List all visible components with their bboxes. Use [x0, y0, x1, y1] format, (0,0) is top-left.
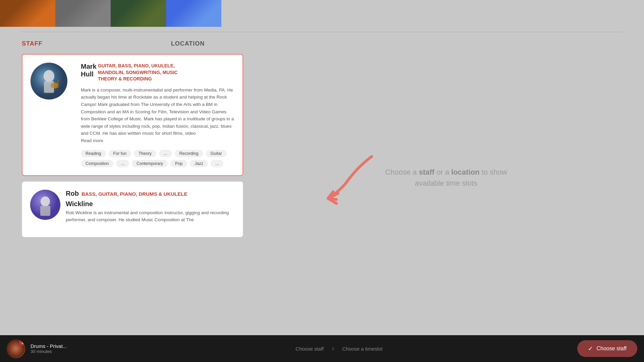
booking-thumbnail: 1: [7, 340, 25, 358]
image-segment-1: [0, 0, 55, 27]
booking-step-2-label: Choose a timeslot: [342, 346, 382, 352]
rob-wickline-instruments: BASS, GUITAR, PIANO, DRUMS & UKULELE: [82, 190, 187, 197]
rob-wickline-card[interactable]: Rob BASS, GUITAR, PIANO, DRUMS & UKULELE…: [22, 181, 243, 237]
mark-name-instruments-block: MarkHull GUITAR, BASS, PIANO, UKULELE,MA…: [81, 63, 234, 82]
mark-hull-card[interactable]: MarkHull GUITAR, BASS, PIANO, UKULELE,MA…: [22, 54, 243, 176]
mark-hull-bio: Mark is a composer, multi-instrumentalis…: [81, 86, 234, 144]
tag-guitar[interactable]: Guitar: [206, 150, 227, 157]
section-headers: STAFF LOCATION: [22, 40, 243, 47]
tag-ellipsis-1[interactable]: ...: [159, 150, 172, 157]
cta-staff-bold: staff: [419, 168, 434, 176]
booking-service-info: 1 Drums - Privat... 30 minutes: [7, 340, 101, 358]
svg-point-2: [44, 70, 54, 82]
booking-service-name: Drums - Privat...: [31, 343, 67, 349]
cta-location-bold: location: [451, 168, 479, 176]
booking-bar: 1 Drums - Privat... 30 minutes Choose st…: [0, 335, 644, 362]
booking-steps: Choose staff › Choose a timeslot: [101, 344, 577, 353]
tag-theory[interactable]: Theory: [134, 150, 156, 157]
rob-last-name: Wickline: [66, 200, 93, 207]
read-more-link[interactable]: Read more: [81, 138, 103, 143]
tag-for-fun[interactable]: For fun: [109, 150, 131, 157]
booking-step-1: Choose staff: [296, 346, 324, 352]
check-icon: ✓: [588, 345, 593, 352]
booking-step-2: Choose a timeslot: [342, 346, 382, 352]
booking-service-duration: 30 minutes: [31, 349, 67, 354]
svg-point-8: [41, 196, 50, 206]
image-segment-2: [55, 0, 111, 27]
mark-instruments-display: GUITAR, BASS, PIANO, UKULELE,MANDOLIN, S…: [98, 63, 234, 82]
choose-staff-label: Choose staff: [596, 346, 627, 352]
tag-recording[interactable]: Recording: [175, 150, 203, 157]
image-segment-3: [111, 0, 166, 27]
tag-ellipsis-2[interactable]: ...: [116, 160, 129, 167]
rob-first-name: Rob: [66, 190, 79, 197]
svg-rect-9: [40, 206, 50, 216]
mark-hull-text: MarkHull GUITAR, BASS, PIANO, UKULELE,MA…: [81, 63, 234, 167]
mark-first-last: MarkHull: [81, 63, 97, 78]
mark-hull-avatar: [31, 63, 67, 100]
arrow-cta: Choose a staff or a location to show ava…: [358, 167, 507, 189]
main-content: STAFF LOCATION: [22, 40, 622, 335]
divider: [22, 32, 622, 32]
image-segment-4: [166, 0, 221, 27]
step-arrow-1: ›: [332, 344, 334, 353]
booking-badge: 1: [19, 340, 25, 346]
rob-wickline-avatar: [30, 190, 60, 220]
staff-section-header: STAFF: [22, 40, 132, 47]
rob-wickline-bio: Rob Wickline is an instrumental and comp…: [66, 209, 235, 224]
tag-ellipsis-3[interactable]: ...: [211, 160, 223, 167]
mark-hull-tags: Reading For fun Theory ... Recording Gui…: [81, 150, 234, 167]
location-section-header: LOCATION: [132, 40, 243, 47]
rob-wickline-info: Rob BASS, GUITAR, PIANO, DRUMS & UKULELE…: [66, 190, 235, 229]
choose-staff-button[interactable]: ✓ Choose staff: [577, 340, 637, 357]
tag-pop[interactable]: Pop: [170, 160, 187, 167]
right-column: Choose a staff or a location to show ava…: [243, 40, 622, 335]
left-column: STAFF LOCATION: [22, 40, 243, 335]
tag-composition[interactable]: Composition: [81, 160, 113, 167]
arrow-icon: [305, 146, 378, 207]
tag-contemporary[interactable]: Contemporary: [132, 160, 168, 167]
booking-step-1-label: Choose staff: [296, 346, 324, 352]
top-image-strip: [0, 0, 221, 27]
cta-text: Choose a staff or a location to show ava…: [385, 167, 507, 189]
tag-reading[interactable]: Reading: [81, 150, 106, 157]
tag-jazz[interactable]: Jazz: [190, 160, 208, 167]
booking-service-text: Drums - Privat... 30 minutes: [31, 343, 67, 354]
svg-rect-5: [57, 79, 59, 88]
